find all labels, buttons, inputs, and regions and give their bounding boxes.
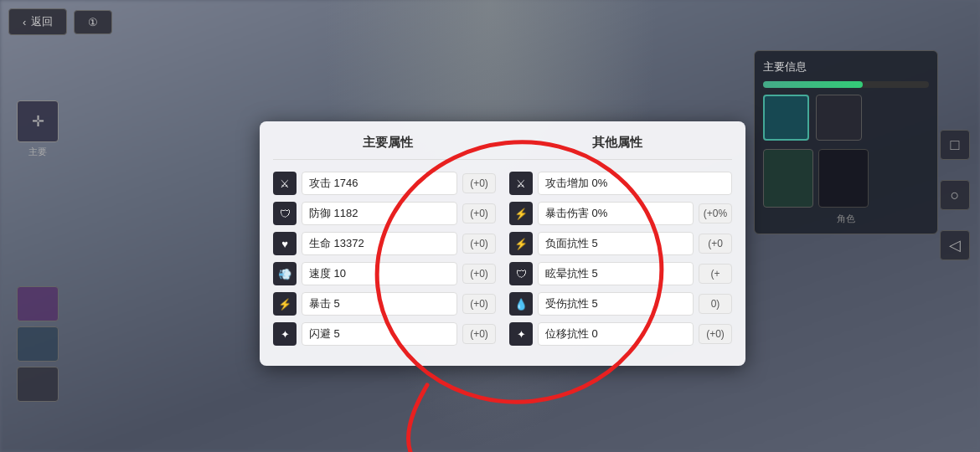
- stat-icon: 💨: [273, 262, 297, 285]
- xp-bar-fill: [763, 81, 863, 88]
- stat-icon: ⚔: [509, 172, 533, 195]
- stat-row: ✦闪避 5(+0): [273, 322, 496, 346]
- left-slots: [17, 286, 59, 402]
- stat-icon: ⚡: [509, 202, 533, 225]
- left-icon-crosshair[interactable]: ✛: [17, 100, 59, 142]
- right-panel: 主要信息 角色: [754, 50, 938, 234]
- stat-plus: (+0%: [699, 203, 732, 223]
- stat-value: 受伤抗性 5: [538, 292, 694, 316]
- tab-other[interactable]: 其他属性: [592, 135, 642, 151]
- stat-plus: (+0): [462, 294, 496, 314]
- stat-icon: 🛡: [509, 262, 533, 285]
- slot-purple[interactable]: [17, 286, 59, 321]
- stat-icon: ✦: [273, 322, 297, 346]
- square-icon: □: [951, 136, 960, 154]
- left-panel-label: 主要: [17, 146, 59, 158]
- slot-dark[interactable]: [17, 367, 59, 402]
- slot-blue[interactable]: [17, 326, 59, 362]
- stat-value: 位移抗性 0: [538, 322, 694, 346]
- stat-plus: (+0): [462, 324, 496, 344]
- tab1-label: ①: [88, 16, 98, 28]
- right-panel-title: 主要信息: [763, 59, 929, 74]
- right-icons-row: [763, 95, 929, 141]
- stat-plus: (+0): [462, 173, 496, 193]
- stat-value: 闪避 5: [302, 322, 457, 346]
- stat-icon: 🛡: [273, 202, 297, 225]
- stat-value: 攻击 1746: [302, 172, 457, 195]
- stat-value: 眩晕抗性 5: [538, 262, 694, 285]
- stat-value: 防御 1182: [302, 202, 457, 225]
- tab-primary[interactable]: 主要属性: [363, 135, 413, 151]
- stats-dialog: 主要属性 其他属性 ⚔攻击 1746(+0)🛡防御 1182(+0)♥生命 13…: [260, 121, 745, 366]
- stat-plus: (+0): [462, 203, 496, 223]
- tab-button-1[interactable]: ①: [74, 10, 112, 34]
- stat-value: 速度 10: [302, 262, 457, 285]
- back-label: 返回: [31, 14, 53, 29]
- stat-icon: ⚔: [273, 172, 297, 195]
- top-bar: ‹ 返回 ①: [8, 8, 112, 35]
- nav-square-button[interactable]: □: [940, 130, 970, 160]
- stat-value: 攻击增加 0%: [538, 172, 732, 195]
- xp-bar-background: [763, 81, 929, 88]
- right-char-icon-selected[interactable]: [763, 95, 809, 141]
- stat-row: 🛡防御 1182(+0): [273, 202, 496, 225]
- stat-icon: ⚡: [273, 292, 297, 316]
- stat-row: 💨速度 10(+0): [273, 262, 496, 285]
- stat-value: 暴击 5: [302, 292, 457, 316]
- stat-row: ✦位移抗性 0(+0): [509, 322, 732, 346]
- stat-icon: 💧: [509, 292, 533, 316]
- stat-row: ⚔攻击增加 0%: [509, 172, 732, 195]
- stat-plus: (+0: [699, 234, 732, 254]
- triangle-icon: ◁: [949, 236, 961, 254]
- bottom-char-row: [763, 149, 929, 208]
- stat-value: 暴击伤害 0%: [538, 202, 694, 225]
- back-button[interactable]: ‹ 返回: [8, 8, 67, 35]
- stat-row: 🛡眩晕抗性 5(+: [509, 262, 732, 285]
- stat-plus: (+0): [462, 234, 496, 254]
- char-sprite-slot[interactable]: [763, 149, 813, 208]
- stats-columns: ⚔攻击 1746(+0)🛡防御 1182(+0)♥生命 13372(+0)💨速度…: [273, 172, 732, 352]
- stat-plus: 0): [699, 294, 732, 314]
- stat-row: ♥生命 13372(+0): [273, 232, 496, 255]
- stat-row: 💧受伤抗性 50): [509, 292, 732, 316]
- char-sprite-slot-2[interactable]: [818, 149, 869, 208]
- stat-row: ⚡负面抗性 5(+0: [509, 232, 732, 255]
- stat-row: ⚡暴击 5(+0): [273, 292, 496, 316]
- stat-icon: ⚡: [509, 232, 533, 255]
- other-stats-col: ⚔攻击增加 0%⚡暴击伤害 0%(+0%⚡负面抗性 5(+0🛡眩晕抗性 5(+💧…: [509, 172, 732, 352]
- stat-plus: (+: [699, 264, 732, 284]
- stats-header: 主要属性 其他属性: [273, 135, 732, 160]
- stat-plus: (+0): [699, 324, 732, 344]
- stat-row: ⚡暴击伤害 0%(+0%: [509, 202, 732, 225]
- circle-icon: ○: [951, 187, 960, 204]
- right-char-icon-2[interactable]: [816, 95, 862, 141]
- back-icon: ‹: [23, 16, 26, 28]
- stat-icon: ♥: [273, 232, 297, 255]
- stat-icon: ✦: [509, 322, 533, 346]
- stat-row: ⚔攻击 1746(+0): [273, 172, 496, 195]
- nav-triangle-button[interactable]: ◁: [940, 230, 970, 260]
- nav-circle-button[interactable]: ○: [940, 180, 970, 210]
- stat-plus: (+0): [462, 264, 496, 284]
- stat-value: 生命 13372: [302, 232, 457, 255]
- left-panel: ✛ 主要: [17, 100, 59, 158]
- right-panel-footer: 角色: [763, 213, 929, 225]
- primary-stats-col: ⚔攻击 1746(+0)🛡防御 1182(+0)♥生命 13372(+0)💨速度…: [273, 172, 496, 352]
- stat-value: 负面抗性 5: [538, 232, 694, 255]
